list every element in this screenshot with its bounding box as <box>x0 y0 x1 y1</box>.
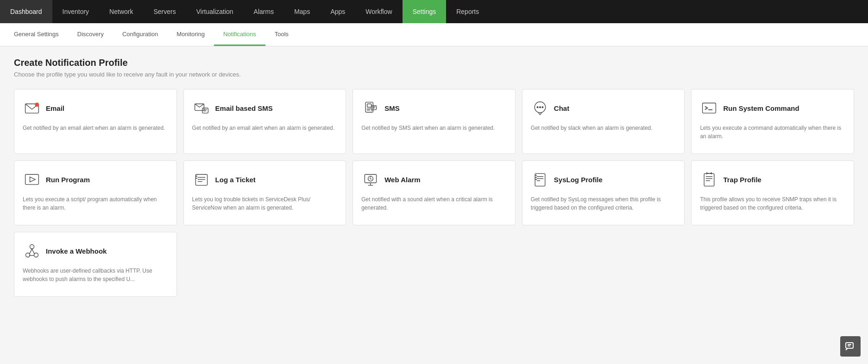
card-email-sms-title: Email based SMS <box>215 104 273 112</box>
svg-point-16 <box>542 107 543 108</box>
card-trap-title: Trap Profile <box>723 176 761 184</box>
card-run-system-command-title: Run System Command <box>723 104 799 112</box>
nav-network[interactable]: Network <box>99 0 143 23</box>
card-email-sms[interactable]: Email based SMS Get notified by an email… <box>183 89 346 154</box>
cards-row3: Invoke a Webhook Webhooks are user-defin… <box>14 232 854 297</box>
card-web-alarm-desc: Get notified with a sound alert when a c… <box>361 195 507 212</box>
nav-servers[interactable]: Servers <box>143 0 186 23</box>
card-run-program-title: Run Program <box>46 176 90 184</box>
svg-rect-19 <box>25 174 39 185</box>
card-email-desc: Get notified by an email alert when an a… <box>23 124 168 132</box>
subnav-configuration[interactable]: Configuration <box>113 23 167 46</box>
nav-virtualization[interactable]: Virtualization <box>186 0 244 23</box>
nav-apps[interactable]: Apps <box>320 0 355 23</box>
card-webhook-desc: Webhooks are user-defined callbacks via … <box>23 267 168 283</box>
top-nav: Dashboard Inventory Network Servers Virt… <box>0 0 868 23</box>
card-run-program-desc: Lets you execute a script/ program autom… <box>23 195 168 212</box>
card-syslog[interactable]: SysLog Profile Get notified by SysLog me… <box>522 160 685 225</box>
card-chat-title: Chat <box>554 104 569 112</box>
card-run-system-command-desc: Lets you execute a command automatically… <box>700 124 845 140</box>
page-subtitle: Choose the profile type you would like t… <box>14 71 854 78</box>
card-log-ticket-title: Log a Ticket <box>215 176 256 184</box>
main-content: Create Notification Profile Choose the p… <box>0 46 868 308</box>
page-title: Create Notification Profile <box>14 57 854 68</box>
svg-line-29 <box>370 178 371 179</box>
card-log-ticket[interactable]: Log a Ticket Lets you log trouble ticket… <box>183 160 346 225</box>
svg-rect-21 <box>195 174 207 185</box>
card-web-alarm-title: Web Alarm <box>384 176 421 184</box>
svg-rect-17 <box>703 103 716 113</box>
sub-nav: General Settings Discovery Configuration… <box>0 23 868 46</box>
card-log-ticket-desc: Lets you log trouble tickets in ServiceD… <box>192 195 338 212</box>
card-email[interactable]: Email Get notified by an email alert whe… <box>14 89 177 154</box>
card-trap[interactable]: Trap Profile This profile allows you to … <box>691 160 854 225</box>
email-icon <box>23 99 41 117</box>
card-run-program[interactable]: Run Program Lets you execute a script/ p… <box>14 160 177 225</box>
nav-settings[interactable]: Settings <box>403 0 447 23</box>
svg-point-14 <box>537 107 538 108</box>
trap-icon <box>700 170 718 189</box>
email-sms-icon <box>192 99 211 117</box>
sms-icon <box>361 99 380 117</box>
nav-alarms[interactable]: Alarms <box>244 0 284 23</box>
nav-inventory[interactable]: Inventory <box>52 0 100 23</box>
card-web-alarm[interactable]: Web Alarm Get notified with a sound aler… <box>352 160 516 225</box>
syslog-icon <box>531 170 549 189</box>
card-email-sms-desc: Get notified by an email alert when an a… <box>192 124 338 132</box>
cards-row2: Run Program Lets you execute a script/ p… <box>14 160 854 225</box>
card-webhook[interactable]: Invoke a Webhook Webhooks are user-defin… <box>14 232 177 297</box>
card-syslog-title: SysLog Profile <box>554 176 603 184</box>
card-webhook-title: Invoke a Webhook <box>46 247 107 255</box>
card-chat-desc: Get notified by slack when an alarm is g… <box>531 124 676 132</box>
run-program-icon <box>23 170 41 189</box>
nav-dashboard[interactable]: Dashboard <box>0 0 52 23</box>
terminal-icon <box>700 99 718 117</box>
svg-marker-20 <box>30 177 36 182</box>
svg-point-46 <box>30 245 34 249</box>
subnav-general[interactable]: General Settings <box>5 23 68 46</box>
nav-workflow[interactable]: Workflow <box>355 0 402 23</box>
card-syslog-desc: Get notified by SysLog messages when thi… <box>531 195 676 212</box>
card-chat[interactable]: Chat Get notified by slack when an alarm… <box>522 89 685 154</box>
svg-rect-7 <box>367 104 371 107</box>
cards-row1: Email Get notified by an email alert whe… <box>14 89 854 154</box>
ticket-icon <box>192 170 211 189</box>
subnav-tools[interactable]: Tools <box>265 23 298 46</box>
svg-point-15 <box>539 107 541 108</box>
web-alarm-icon <box>361 170 380 189</box>
card-sms[interactable]: SMS Get notified by SMS alert when an al… <box>352 89 516 154</box>
webhook-icon <box>23 242 41 260</box>
card-sms-desc: Get notified by SMS alert when an alarm … <box>361 124 507 132</box>
card-run-system-command[interactable]: Run System Command Lets you execute a co… <box>691 89 854 154</box>
nav-maps[interactable]: Maps <box>284 0 320 23</box>
card-email-title: Email <box>46 104 64 112</box>
card-sms-title: SMS <box>384 104 400 112</box>
svg-rect-40 <box>704 173 715 186</box>
subnav-monitoring[interactable]: Monitoring <box>167 23 214 46</box>
chat-icon <box>531 99 549 117</box>
card-trap-desc: This profile allows you to receive SNMP … <box>700 195 845 212</box>
subnav-discovery[interactable]: Discovery <box>68 23 113 46</box>
nav-reports[interactable]: Reports <box>446 0 489 23</box>
svg-rect-10 <box>371 106 377 110</box>
svg-point-1 <box>35 102 39 107</box>
subnav-notifications[interactable]: Notifications <box>214 23 265 46</box>
